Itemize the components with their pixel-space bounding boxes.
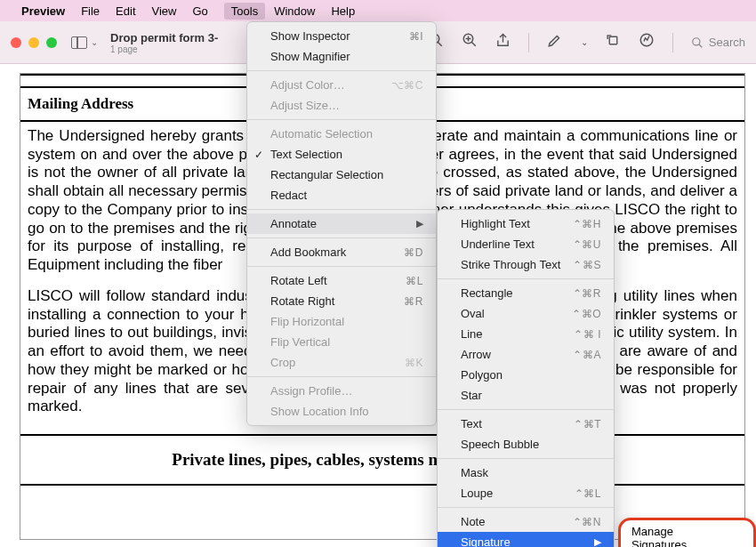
zoom-window-button[interactable] — [46, 37, 57, 48]
menu-item-label: Flip Vertical — [270, 335, 330, 349]
menu-shortcut: ⌘R — [404, 295, 423, 308]
tools-item-show-location-info: Show Location Info — [247, 401, 436, 422]
annotate-item-highlight-text[interactable]: Highlight Text⌃⌘H — [438, 213, 614, 234]
annotate-item-strike-through-text[interactable]: Strike Through Text⌃⌘S — [438, 254, 614, 275]
menu-item-label: Loupe — [461, 487, 493, 500]
toolbar-search[interactable]: Search — [691, 36, 745, 49]
tools-item-show-magnifier[interactable]: Show Magnifier — [247, 46, 436, 67]
menu-shortcut: ⌥⌘C — [391, 79, 423, 92]
annotate-item-rectangle[interactable]: Rectangle⌃⌘R — [438, 283, 614, 303]
manage-signatures-item[interactable]: Manage Signatures… — [631, 525, 698, 547]
submenu-arrow-icon: ▶ — [416, 218, 423, 229]
menu-shortcut: ⌃⌘N — [573, 516, 601, 528]
menu-edit[interactable]: Edit — [116, 4, 135, 18]
minimize-window-button[interactable] — [28, 37, 39, 48]
menu-tools[interactable]: Tools — [224, 3, 265, 20]
tools-dropdown-menu: Show Inspector⌘IShow MagnifierAdjust Col… — [246, 21, 437, 426]
menu-item-label: Show Magnifier — [270, 50, 350, 63]
menu-item-label: Highlight Text — [461, 217, 530, 230]
menu-help[interactable]: Help — [331, 4, 355, 18]
tools-item-rectangular-selection[interactable]: Rectangular Selection — [247, 165, 436, 185]
annotate-item-text[interactable]: Text⌃⌘T — [438, 414, 614, 434]
annotate-item-polygon[interactable]: Polygon — [438, 365, 614, 385]
annotate-separator — [438, 458, 614, 459]
menu-item-label: Crop — [270, 356, 295, 369]
annotate-separator — [438, 507, 614, 508]
tools-separator — [247, 209, 436, 210]
menu-view[interactable]: View — [152, 4, 177, 18]
tools-item-redact[interactable]: Redact — [247, 185, 436, 205]
menu-item-label: Signature — [461, 535, 511, 547]
tools-item-crop: Crop⌘K — [247, 352, 436, 373]
menu-item-label: Line — [461, 327, 483, 341]
svg-line-1 — [438, 42, 442, 46]
menu-item-label: Strike Through Text — [461, 258, 560, 271]
menu-item-label: Show Location Info — [270, 405, 369, 418]
menu-item-label: Note — [461, 515, 485, 528]
zoom-in-icon[interactable] — [462, 32, 478, 52]
tools-item-annotate[interactable]: Annotate▶ — [247, 213, 436, 234]
menu-item-label: Speech Bubble — [461, 438, 539, 451]
menu-item-label: Oval — [461, 307, 485, 320]
private-lines-heading: Private lines, pipes, cables, systems no… — [20, 436, 744, 486]
tools-item-add-bookmark[interactable]: Add Bookmark⌘D — [247, 242, 436, 262]
menu-shortcut: ⌘K — [405, 357, 423, 369]
tools-item-rotate-left[interactable]: Rotate Left⌘L — [247, 270, 436, 291]
annotate-separator — [438, 409, 614, 410]
search-placeholder: Search — [709, 36, 745, 49]
tools-item-automatic-selection: Automatic Selection — [247, 124, 436, 144]
annotate-item-arrow[interactable]: Arrow⌃⌘A — [438, 344, 614, 365]
annotate-item-underline-text[interactable]: Underline Text⌃⌘U — [438, 234, 614, 254]
menu-shortcut: ⌃⌘U — [573, 238, 601, 251]
view-options-chevron-icon[interactable]: ⌄ — [91, 37, 98, 47]
menu-file[interactable]: File — [81, 4, 100, 18]
close-window-button[interactable] — [11, 37, 21, 48]
menu-shortcut: ⌃⌘S — [573, 259, 601, 271]
tools-item-show-inspector[interactable]: Show Inspector⌘I — [247, 26, 436, 46]
menu-item-label: Underline Text — [461, 237, 535, 251]
menu-item-label: Rectangular Selection — [270, 168, 383, 181]
menu-window[interactable]: Window — [274, 4, 315, 18]
tools-item-flip-vertical: Flip Vertical — [247, 332, 436, 352]
annotate-item-note[interactable]: Note⌃⌘N — [438, 511, 614, 532]
sidebar-toggle-icon[interactable] — [71, 36, 87, 49]
tools-item-rotate-right[interactable]: Rotate Right⌘R — [247, 291, 436, 311]
menu-item-label: Adjust Color… — [270, 78, 345, 92]
toolbar-separator — [672, 33, 673, 52]
highlight-menu-chevron-icon[interactable]: ⌄ — [581, 37, 588, 47]
tools-separator — [247, 70, 436, 71]
tools-separator — [247, 119, 436, 120]
annotate-item-line[interactable]: Line⌃⌘ I — [438, 324, 614, 344]
menu-item-label: Rotate Left — [270, 274, 327, 287]
tools-item-text-selection[interactable]: ✓Text Selection — [247, 144, 436, 165]
toolbar-icon-group: ⌄ Search — [428, 32, 745, 52]
markup-icon[interactable] — [639, 32, 655, 52]
document-title: Drop permit form 3- — [110, 31, 218, 44]
tools-separator — [247, 237, 436, 238]
menu-item-label: Mask — [461, 466, 488, 479]
document-page-count: 1 page — [110, 44, 218, 54]
menu-shortcut: ⌃⌘T — [574, 418, 601, 430]
highlight-icon[interactable] — [547, 32, 563, 52]
annotate-item-signature[interactable]: Signature▶ — [438, 532, 614, 547]
menu-item-label: Annotate — [270, 217, 317, 230]
menu-item-label: Adjust Size… — [270, 99, 340, 112]
menu-item-label: Flip Horizontal — [270, 315, 344, 328]
annotate-item-loupe[interactable]: Loupe⌃⌘L — [438, 483, 614, 503]
menu-go[interactable]: Go — [192, 4, 207, 18]
rotate-icon[interactable] — [606, 33, 621, 52]
menu-item-label: Automatic Selection — [270, 127, 373, 141]
share-icon[interactable] — [495, 33, 511, 52]
annotate-item-speech-bubble[interactable]: Speech Bubble — [438, 434, 614, 454]
document-title-block: Drop permit form 3- 1 page — [110, 31, 218, 54]
annotate-item-star[interactable]: Star — [438, 385, 614, 406]
annotate-item-oval[interactable]: Oval⌃⌘O — [438, 303, 614, 324]
menu-shortcut: ⌃⌘O — [572, 308, 601, 320]
menu-shortcut: ⌃⌘R — [573, 287, 601, 300]
toolbar-separator — [528, 33, 529, 52]
menu-item-label: Text — [461, 417, 482, 430]
app-menu[interactable]: Preview — [21, 4, 65, 18]
annotate-item-mask[interactable]: Mask — [438, 463, 614, 483]
annotate-separator — [438, 278, 614, 279]
menu-item-label: Show Inspector — [270, 29, 350, 43]
